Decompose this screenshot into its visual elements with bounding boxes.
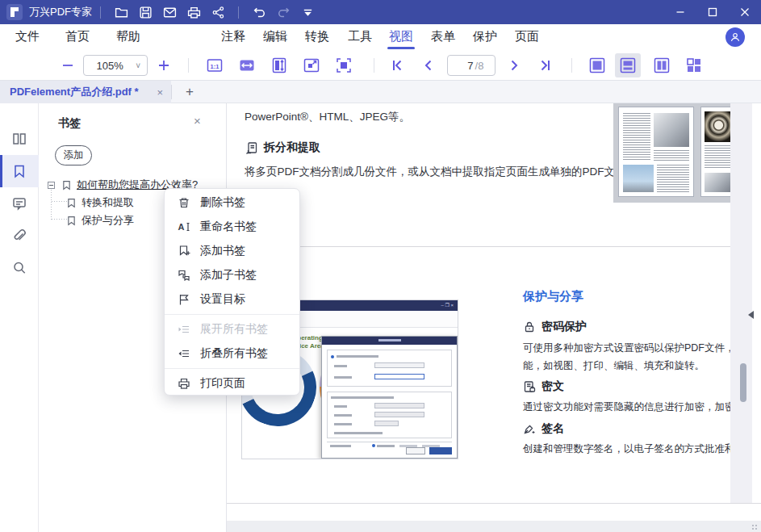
menu-item-print-page[interactable]: 打印页面 bbox=[165, 371, 299, 396]
section-body: 创建和管理数字签名，以电子签名的方式批准和签署文件 bbox=[523, 442, 730, 456]
add-child-bookmark-icon bbox=[177, 269, 190, 283]
dialog-titlebar bbox=[322, 337, 457, 345]
zoom-level-select[interactable]: 105% ˅ bbox=[83, 55, 148, 76]
previous-page-button[interactable] bbox=[419, 56, 438, 75]
menu-item-add-child-bookmark[interactable]: 添加子书签 bbox=[165, 263, 299, 287]
panel-close-icon[interactable]: × bbox=[194, 114, 201, 128]
comments-icon[interactable] bbox=[0, 187, 39, 220]
fit-width-button[interactable] bbox=[237, 56, 257, 75]
page-number-input[interactable] bbox=[459, 60, 474, 72]
chevron-down-icon: ˅ bbox=[136, 61, 140, 70]
last-page-button[interactable] bbox=[536, 56, 555, 75]
section-divider bbox=[227, 246, 730, 247]
expand-all-icon bbox=[177, 323, 190, 337]
tree-guide-line bbox=[51, 187, 52, 220]
next-page-button[interactable] bbox=[504, 56, 524, 75]
navigation-icon-strip bbox=[0, 103, 39, 532]
menu-help[interactable]: 帮助 bbox=[112, 24, 144, 50]
open-folder-icon[interactable] bbox=[109, 0, 133, 24]
split-extract-title: 拆分和提取 bbox=[264, 140, 320, 155]
rename-icon: A bbox=[177, 220, 190, 234]
collapse-right-panel-icon[interactable] bbox=[748, 311, 754, 319]
page-thumbnails-icon[interactable] bbox=[0, 123, 39, 155]
fit-height-button[interactable] bbox=[270, 56, 289, 75]
share-icon[interactable] bbox=[206, 0, 230, 24]
two-page-view-button[interactable] bbox=[652, 56, 671, 75]
fullscreen-button[interactable] bbox=[334, 56, 353, 75]
menu-item-collapse-all[interactable]: 折叠所有书签 bbox=[165, 341, 299, 366]
minimize-button[interactable] bbox=[664, 0, 696, 24]
window-controls bbox=[664, 0, 761, 24]
page-bottom-edge bbox=[227, 503, 761, 504]
bookmark-child-label[interactable]: 保护与分享 bbox=[82, 213, 134, 228]
add-bookmark-icon bbox=[177, 245, 190, 258]
section-body: 通过密文功能对需要隐藏的信息进行加密，加密后将永久 bbox=[523, 400, 730, 414]
close-button[interactable] bbox=[729, 0, 761, 24]
mail-icon[interactable] bbox=[157, 0, 182, 24]
horizontal-scrollbar[interactable] bbox=[227, 521, 761, 532]
new-tab-button[interactable]: + bbox=[179, 81, 200, 103]
menu-form[interactable]: 表单 bbox=[427, 24, 459, 50]
bookmark-child-row[interactable]: 保护与分享 bbox=[66, 213, 134, 228]
single-page-view-button[interactable] bbox=[587, 56, 607, 75]
section-title: 密码保护 bbox=[541, 320, 587, 334]
set-destination-icon bbox=[177, 293, 190, 307]
menu-protect[interactable]: 保护 bbox=[469, 24, 501, 50]
menu-item-label: 设置目标 bbox=[200, 292, 245, 307]
menu-item-add-bookmark[interactable]: 添加书签 bbox=[165, 239, 299, 263]
continuous-view-button[interactable] bbox=[615, 53, 641, 77]
menu-home[interactable]: 首页 bbox=[61, 24, 94, 50]
print-icon[interactable] bbox=[182, 0, 206, 24]
grid-view-button[interactable] bbox=[684, 56, 704, 75]
toolbar-divider bbox=[571, 58, 572, 73]
page-number-box: /8 bbox=[447, 55, 495, 76]
menu-item-label: 打印页面 bbox=[200, 376, 245, 391]
resize-grip[interactable] bbox=[751, 524, 758, 530]
menu-item-delete-bookmark[interactable]: 删除书签 bbox=[165, 191, 299, 215]
vertical-scrollbar-thumb[interactable] bbox=[740, 363, 746, 402]
bookmark-child-label[interactable]: 转换和提取 bbox=[82, 195, 134, 210]
protect-share-heading: 保护与分享 bbox=[523, 289, 583, 304]
maximize-button[interactable] bbox=[696, 0, 729, 24]
section-title: 密文 bbox=[541, 379, 564, 394]
menu-edit[interactable]: 编辑 bbox=[259, 24, 291, 50]
add-bookmark-button[interactable]: 添加 bbox=[55, 145, 92, 165]
section-body: 可使用多种加密方式设置密码以保护PDF文件，也可设置 bbox=[523, 341, 730, 355]
menu-file[interactable]: 文件 bbox=[11, 24, 44, 50]
toolbar-divider bbox=[374, 58, 374, 73]
save-icon[interactable] bbox=[133, 0, 157, 24]
document-paragraph: 将多页PDF文档分割成几份文件，或从文档中提取指定页面生成单独的PDF文档。 bbox=[245, 165, 637, 179]
collapse-toolbar-icon[interactable] bbox=[295, 0, 320, 24]
search-icon[interactable] bbox=[0, 252, 39, 284]
zoom-out-button[interactable] bbox=[58, 56, 77, 75]
first-page-button[interactable] bbox=[387, 56, 407, 75]
bookmarks-icon[interactable] bbox=[0, 155, 39, 187]
document-tab[interactable]: PDFelement产品介绍.pdf * × bbox=[0, 81, 171, 103]
bookmark-child-row[interactable]: 转换和提取 bbox=[66, 195, 134, 210]
actual-size-button[interactable]: 1:1 bbox=[205, 56, 224, 75]
undo-icon[interactable] bbox=[247, 0, 271, 24]
app-title: 万兴PDF专家 bbox=[29, 5, 92, 19]
menu-comment[interactable]: 注释 bbox=[217, 24, 249, 50]
collapse-expander-icon[interactable] bbox=[48, 182, 55, 189]
menu-divider bbox=[165, 314, 299, 315]
menu-tools[interactable]: 工具 bbox=[344, 24, 376, 50]
attachments-icon[interactable] bbox=[0, 220, 39, 252]
menu-page[interactable]: 页面 bbox=[511, 24, 543, 50]
account-avatar[interactable] bbox=[725, 27, 745, 47]
magazine-right-page bbox=[700, 107, 730, 197]
signature-section-heading: 签名 bbox=[523, 421, 564, 436]
tab-close-icon[interactable]: × bbox=[157, 86, 163, 98]
menu-item-rename-bookmark[interactable]: A 重命名书签 bbox=[165, 215, 299, 239]
zoom-in-button[interactable] bbox=[154, 56, 174, 75]
redo-icon[interactable] bbox=[271, 0, 295, 24]
bookmark-icon bbox=[66, 198, 77, 208]
titlebar-divider bbox=[100, 6, 101, 19]
fit-page-button[interactable] bbox=[302, 56, 321, 75]
actual-size-label: 1:1 bbox=[211, 63, 220, 70]
section-title: 签名 bbox=[541, 421, 564, 436]
menu-item-set-destination[interactable]: 设置目标 bbox=[165, 287, 299, 312]
document-area: PowerPoint®、HTML、JPEG等。 拆分和提取 将多页PDF文档分割… bbox=[227, 103, 761, 532]
tree-guide-line bbox=[52, 219, 68, 220]
menu-convert[interactable]: 转换 bbox=[301, 24, 333, 50]
